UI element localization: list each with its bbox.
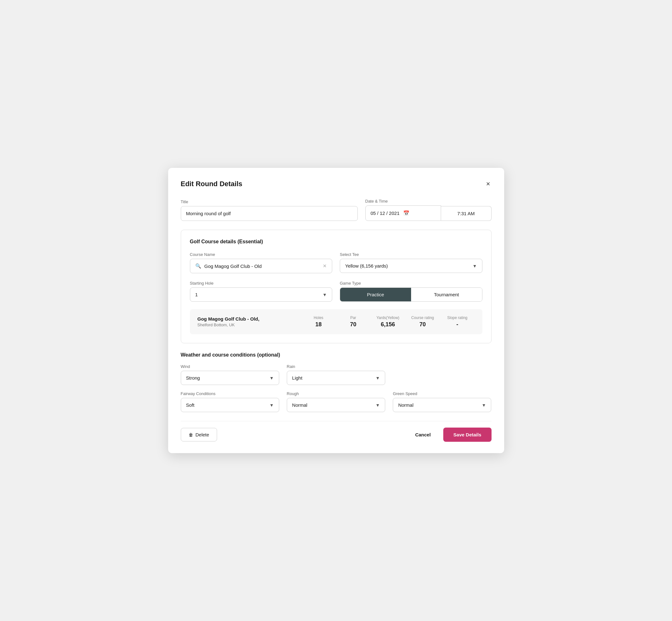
title-label: Title — [181, 199, 358, 204]
starting-hole-label: Starting Hole — [190, 281, 333, 286]
modal-title: Edit Round Details — [181, 180, 243, 188]
hole-gametype-row: Starting Hole 1 ▼ Game Type Practice Tou… — [190, 281, 482, 302]
weather-title: Weather and course conditions (optional) — [181, 352, 492, 358]
time-input-wrap[interactable]: 7:31 AM — [441, 206, 492, 221]
yards-label: Yards(Yellow) — [376, 316, 400, 320]
title-input[interactable] — [181, 206, 358, 221]
rough-label: Rough — [287, 391, 385, 396]
rough-col: Rough Normal ▼ — [287, 391, 385, 412]
tournament-toggle[interactable]: Tournament — [411, 288, 482, 301]
starting-hole-col: Starting Hole 1 ▼ — [190, 281, 333, 302]
fairway-col: Fairway Conditions Soft ▼ — [181, 391, 279, 412]
select-tee-value: Yellow (6,156 yards) — [345, 263, 473, 268]
green-speed-value: Normal — [398, 402, 481, 408]
datetime-label: Date & Time — [365, 199, 492, 204]
select-tee-label: Select Tee — [340, 252, 482, 257]
save-button[interactable]: Save Details — [443, 427, 491, 442]
holes-value: 18 — [315, 321, 322, 328]
holes-label: Holes — [313, 316, 323, 320]
footer-row: 🗑 Delete Cancel Save Details — [181, 421, 492, 442]
slope-rating-label: Slope rating — [447, 316, 467, 320]
course-name-input[interactable] — [204, 263, 320, 269]
wind-rain-row: Wind Strong ▼ Rain Light ▼ — [181, 364, 492, 385]
trash-icon: 🗑 — [189, 432, 193, 437]
rough-select[interactable]: Normal ▼ — [287, 398, 385, 412]
slope-rating-stat: Slope rating - — [440, 316, 475, 328]
green-speed-label: Green Speed — [393, 391, 491, 396]
slope-rating-value: - — [457, 321, 458, 328]
edit-round-modal: Edit Round Details × Title Date & Time 0… — [168, 168, 504, 453]
wind-value: Strong — [186, 375, 269, 380]
green-speed-select[interactable]: Normal ▼ — [393, 398, 491, 412]
close-button[interactable]: × — [485, 179, 492, 189]
par-value: 70 — [350, 321, 356, 328]
yards-value: 6,156 — [381, 321, 395, 328]
game-type-label: Game Type — [340, 281, 482, 286]
datetime-field-group: Date & Time 05 / 12 / 2021 📅 7:31 AM — [365, 199, 492, 221]
course-rating-stat: Course rating 70 — [406, 316, 440, 328]
course-info-name: Gog Magog Golf Club - Old, — [198, 316, 301, 322]
weather-section: Weather and course conditions (optional)… — [181, 352, 492, 412]
course-name-label: Course Name — [190, 252, 333, 257]
modal-header: Edit Round Details × — [181, 179, 492, 189]
fairway-select[interactable]: Soft ▼ — [181, 398, 279, 412]
clear-icon[interactable]: ✕ — [323, 263, 327, 269]
footer-right: Cancel Save Details — [410, 427, 492, 442]
chevron-down-icon-fairway: ▼ — [269, 403, 274, 408]
search-icon: 🔍 — [195, 263, 201, 269]
course-name-col: Course Name 🔍 ✕ — [190, 252, 333, 273]
delete-button[interactable]: 🗑 Delete — [181, 428, 217, 442]
cancel-button[interactable]: Cancel — [410, 428, 436, 441]
wind-select[interactable]: Strong ▼ — [181, 371, 279, 385]
select-tee-col: Select Tee Yellow (6,156 yards) ▼ — [340, 252, 482, 273]
wind-col: Wind Strong ▼ — [181, 364, 279, 385]
course-rating-label: Course rating — [411, 316, 434, 320]
wind-label: Wind — [181, 364, 279, 369]
chevron-down-icon-hole: ▼ — [323, 292, 327, 297]
practice-toggle[interactable]: Practice — [340, 288, 411, 301]
fairway-value: Soft — [186, 402, 269, 408]
course-rating-value: 70 — [419, 321, 426, 328]
game-type-toggle: Practice Tournament — [340, 287, 482, 302]
course-tee-row: Course Name 🔍 ✕ Select Tee Yellow (6,156… — [190, 252, 482, 273]
rain-value: Light — [292, 375, 375, 380]
fairway-rough-green-row: Fairway Conditions Soft ▼ Rough Normal ▼… — [181, 391, 492, 412]
golf-section-title: Golf Course details (Essential) — [190, 239, 482, 245]
title-field-group: Title — [181, 199, 358, 221]
game-type-col: Game Type Practice Tournament — [340, 281, 482, 302]
chevron-down-icon-wind: ▼ — [269, 375, 274, 380]
chevron-down-icon: ▼ — [473, 263, 477, 268]
par-stat: Par 70 — [336, 316, 371, 328]
select-tee-wrap[interactable]: Yellow (6,156 yards) ▼ — [340, 259, 482, 273]
top-row: Title Date & Time 05 / 12 / 2021 📅 7:31 … — [181, 199, 492, 221]
holes-stat: Holes 18 — [301, 316, 336, 328]
golf-section-card: Golf Course details (Essential) Course N… — [181, 230, 492, 343]
course-info-location: Shelford Bottom, UK — [198, 323, 301, 327]
starting-hole-value: 1 — [195, 292, 323, 297]
chevron-down-icon-rain: ▼ — [375, 375, 380, 380]
yards-stat: Yards(Yellow) 6,156 — [371, 316, 406, 328]
delete-label: Delete — [196, 432, 209, 437]
course-name-input-wrap[interactable]: 🔍 ✕ — [190, 259, 333, 273]
rain-col: Rain Light ▼ — [287, 364, 385, 385]
course-info-row: Gog Magog Golf Club - Old, Shelford Bott… — [190, 309, 482, 334]
fairway-label: Fairway Conditions — [181, 391, 279, 396]
par-label: Par — [350, 316, 356, 320]
green-speed-col: Green Speed Normal ▼ — [393, 391, 491, 412]
rain-label: Rain — [287, 364, 385, 369]
time-value: 7:31 AM — [457, 211, 474, 216]
calendar-icon: 📅 — [403, 210, 410, 216]
rough-value: Normal — [292, 402, 375, 408]
starting-hole-wrap[interactable]: 1 ▼ — [190, 287, 333, 302]
chevron-down-icon-rough: ▼ — [375, 403, 380, 408]
date-input-wrap[interactable]: 05 / 12 / 2021 📅 — [365, 205, 441, 221]
chevron-down-icon-green: ▼ — [482, 403, 486, 408]
course-info-name-col: Gog Magog Golf Club - Old, Shelford Bott… — [198, 316, 301, 327]
datetime-group: 05 / 12 / 2021 📅 7:31 AM — [365, 205, 492, 221]
rain-select[interactable]: Light ▼ — [287, 371, 385, 385]
date-value: 05 / 12 / 2021 — [371, 210, 400, 216]
